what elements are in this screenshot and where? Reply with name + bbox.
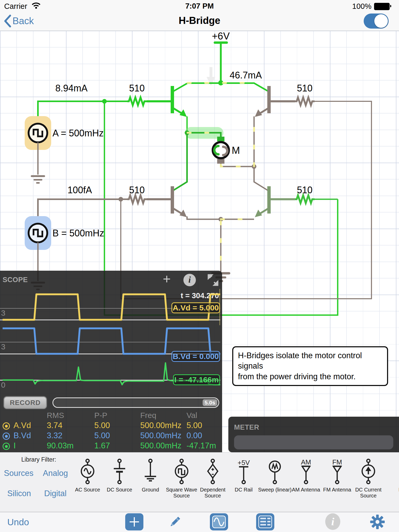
toggle-knob xyxy=(374,14,388,28)
transistor-q4[interactable] xyxy=(255,186,338,217)
item-label: DC Source xyxy=(107,487,132,493)
row-freq: 500.00mHz xyxy=(140,441,182,450)
row-pp: 1.67 xyxy=(94,441,110,450)
meter-panel[interactable]: METER xyxy=(228,417,399,452)
undo-button[interactable]: Undo xyxy=(7,517,29,527)
circuit-labels: +6V 46.7mA 8.94mA 100fA 510 510 510 510 … xyxy=(52,31,312,238)
resistor-r3[interactable] xyxy=(127,195,147,203)
battery-percent: 100% xyxy=(352,2,371,11)
scope-view-button[interactable] xyxy=(210,513,228,530)
row-freq: 500.00mHz xyxy=(140,421,182,430)
resistor-r4[interactable] xyxy=(295,195,315,203)
col-header-val: Val xyxy=(187,411,197,420)
cursor-label-b[interactable]: B.Vd = 0.000 xyxy=(171,351,220,362)
edit-button[interactable] xyxy=(166,513,183,530)
cursor-label-a[interactable]: A.Vd = 5.000 xyxy=(171,302,220,313)
resistor-r1[interactable] xyxy=(127,97,147,105)
settings-button[interactable] xyxy=(369,513,386,530)
table-row-i[interactable]: I 90.03m 1.67 500.00mHz -47.17m xyxy=(0,441,222,451)
pencil-icon xyxy=(167,514,182,529)
row-val: -47.17m xyxy=(187,441,216,450)
resistor-r2-label: 510 xyxy=(297,83,312,94)
filter-sources-button[interactable]: Sources xyxy=(4,469,34,478)
row-name: B.Vd xyxy=(14,431,31,440)
info-button[interactable]: i xyxy=(325,513,340,530)
motor-label: M xyxy=(232,145,240,156)
current-b-label: 100fA xyxy=(68,185,92,195)
col-header-freq: Freq xyxy=(140,411,156,420)
svg-text:FM: FM xyxy=(332,458,342,466)
table-row-b[interactable]: B.Vd 3.32 5.00 500.00mHz 0.00 xyxy=(0,431,222,441)
svg-text:+5V: +5V xyxy=(238,459,250,467)
motor[interactable] xyxy=(213,137,229,164)
scope-panel[interactable]: SCOPE + i t = 304.270 3 3 0 A.Vd = 5.000… xyxy=(0,271,222,452)
battery-icon xyxy=(374,3,390,10)
component-library: Library Filter: Sources Analog Silicon D… xyxy=(0,452,399,512)
nav-bar: Back H-Bridge xyxy=(0,11,399,31)
rail-voltage-label: +6V xyxy=(212,31,230,42)
col-header-rms: RMS xyxy=(47,411,64,420)
item-label2: Source xyxy=(204,493,221,498)
filter-silicon-button[interactable]: Silicon xyxy=(7,489,31,498)
item-label2: Source xyxy=(360,493,376,498)
record-button[interactable]: RECORD xyxy=(4,396,47,409)
table-row-a[interactable]: A.Vd 3.74 5.00 500.00mHz 5.00 xyxy=(0,421,222,431)
svg-text:AM: AM xyxy=(301,458,311,466)
values-list-button[interactable] xyxy=(256,513,274,530)
dc-rail-icon: +5V xyxy=(231,458,257,485)
simulation-toggle[interactable] xyxy=(364,14,389,29)
list-icon xyxy=(258,515,272,528)
channel-dot-b xyxy=(3,433,10,440)
dependent-source-icon xyxy=(200,458,226,485)
row-name: A.Vd xyxy=(14,421,31,430)
item-label: DC Current xyxy=(355,487,381,493)
library-item-partial[interactable]: DepeCur xyxy=(384,458,399,499)
source-a[interactable] xyxy=(25,116,51,175)
record-progress-bar[interactable]: 5.0s xyxy=(52,397,219,408)
ground-icon xyxy=(137,458,163,485)
clock: 7:07 PM xyxy=(0,2,399,10)
transistor-q1[interactable] xyxy=(171,86,187,133)
col-header-pp: P-P xyxy=(94,411,107,420)
resistor-r4-label: 510 xyxy=(297,185,312,195)
item-label: FM Antenna xyxy=(323,487,351,493)
channel-dot-i xyxy=(3,443,10,450)
source-a-label: A = 500mHz xyxy=(52,128,104,138)
dependent-current-source-icon xyxy=(392,458,399,485)
item-label: AC Source xyxy=(75,487,100,493)
add-component-button[interactable] xyxy=(125,513,143,530)
row-rms: 3.74 xyxy=(47,421,62,430)
transistor-q3[interactable] xyxy=(171,186,187,217)
item-label2: Source xyxy=(173,493,190,498)
ac-source-icon xyxy=(75,458,101,485)
wire-motor-left[interactable] xyxy=(173,133,221,190)
annotation-line1: H-Bridges isolate the motor control sign… xyxy=(238,350,382,371)
power-rail[interactable] xyxy=(215,43,227,83)
plus-icon xyxy=(129,516,140,528)
resistor-r3-label: 510 xyxy=(129,185,145,195)
ground-a[interactable] xyxy=(32,176,44,183)
item-label: Dependent xyxy=(200,487,225,493)
current-a-label: 8.94mA xyxy=(55,83,88,94)
meter-title: METER xyxy=(234,423,259,431)
filter-digital-button[interactable]: Digital xyxy=(44,489,66,498)
annotation-note[interactable]: H-Bridges isolate the motor control sign… xyxy=(232,346,388,386)
row-pp: 5.00 xyxy=(94,421,110,430)
rail-current-label: 46.7mA xyxy=(230,70,262,81)
meter-empty-slot[interactable] xyxy=(234,435,393,449)
resistor-r2[interactable] xyxy=(295,97,315,105)
am-antenna-icon: AM xyxy=(293,458,319,485)
app-screen: Carrier 7:07 PM 100% Back H-Bridge xyxy=(0,0,399,532)
source-b-label: B = 500mHz xyxy=(52,228,104,238)
bottom-toolbar: Undo xyxy=(0,512,399,532)
row-pp: 5.00 xyxy=(94,431,110,440)
cursor-label-i[interactable]: I = -47.166m xyxy=(173,374,220,385)
filter-analog-button[interactable]: Analog xyxy=(43,469,68,478)
library-item-dc-current-source[interactable]: DC CurrentSource xyxy=(348,458,389,499)
channel-dot-a xyxy=(3,422,10,430)
library-filter-label: Library Filter: xyxy=(21,456,56,463)
row-freq: 500.00mHz xyxy=(140,431,182,440)
row-rms: 90.03m xyxy=(47,441,74,450)
square-wave-source-icon xyxy=(169,458,195,485)
row-val: 5.00 xyxy=(187,421,202,430)
